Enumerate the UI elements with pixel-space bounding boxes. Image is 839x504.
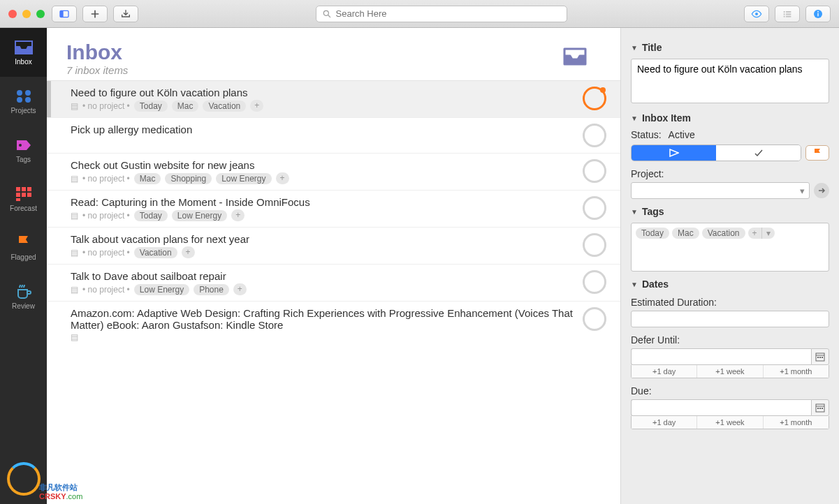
task-status-circle[interactable] [583,124,606,147]
quick-date-button[interactable]: +1 week [697,416,763,429]
note-icon: ▤ [71,174,78,184]
sidebar-item-tags[interactable]: Tags [0,126,47,175]
task-status-circle[interactable] [583,270,606,294]
svg-point-12 [817,10,819,12]
list-view-button[interactable] [775,6,800,22]
page-subtitle: 7 inbox items [66,64,128,76]
quick-date-button[interactable]: +1 week [697,365,763,378]
defer-until-input[interactable] [631,348,811,365]
search-input[interactable] [336,8,561,19]
inspector-tag[interactable]: Mac [672,228,699,239]
svg-rect-6 [784,13,785,15]
minimize-window-button[interactable] [22,10,31,18]
svg-rect-24 [16,198,20,201]
due-calendar-button[interactable] [811,399,829,416]
svg-point-13 [17,90,22,96]
note-icon: ▤ [71,101,78,111]
defer-until-label: Defer Until: [631,334,829,346]
note-icon: ▤ [71,211,78,221]
task-tag[interactable]: Mac [134,173,161,184]
title-input[interactable] [631,59,829,103]
task-status-circle[interactable] [583,196,606,220]
close-window-button[interactable] [8,10,17,18]
goto-project-button[interactable] [814,183,829,198]
task-tag[interactable]: Low Energy [216,173,271,184]
task-tag[interactable]: Low Energy [172,210,227,221]
quick-date-button[interactable]: +1 day [632,416,697,429]
task-row[interactable]: Need to figure out Köln vacation plans▤•… [47,80,620,117]
task-status-circle[interactable] [583,307,606,331]
svg-rect-18 [16,187,20,191]
note-icon: ▤ [71,332,78,342]
inspector-tag[interactable]: Vacation [702,228,745,239]
task-row[interactable]: Read: Capturing in the Moment - Inside O… [47,190,620,227]
inspector-inbox-item-header[interactable]: ▼Inbox Item [631,112,829,124]
sidebar-item-review[interactable]: Review [0,272,47,321]
svg-rect-31 [819,408,821,409]
add-tag-button[interactable]: + [182,246,195,258]
task-tag[interactable]: Mac [172,101,199,112]
note-icon: ▤ [71,285,78,295]
defer-calendar-button[interactable] [811,348,829,365]
sidebar-item-label: Inbox [15,58,31,66]
add-tag-button[interactable]: + [250,100,263,112]
svg-rect-5 [786,11,791,13]
task-row[interactable]: Talk to Dave about sailboat repair▤• no … [47,264,620,301]
quick-date-button[interactable]: +1 month [764,416,829,429]
sidebar-item-inbox[interactable]: Inbox [0,28,47,77]
task-status-circle[interactable] [583,233,606,257]
status-onhold-button[interactable] [716,145,801,161]
task-row[interactable]: Talk about vacation plans for next year▤… [47,227,620,264]
view-button[interactable] [744,6,769,22]
add-tag-button[interactable]: + [231,209,245,221]
inspector-dates-header[interactable]: ▼Dates [631,279,829,290]
svg-rect-7 [786,13,791,15]
tags-field[interactable]: TodayMacVacation+▾ [631,223,829,272]
zoom-window-button[interactable] [36,10,45,18]
task-status-circle[interactable] [583,159,606,183]
svg-rect-26 [817,357,819,358]
svg-rect-11 [817,13,818,16]
task-tag[interactable]: Today [134,101,168,112]
search-field[interactable] [316,6,567,22]
inspector-tags-header[interactable]: ▼Tags [631,206,829,217]
task-row[interactable]: Amazon.com: Adaptive Web Design: Craftin… [47,301,620,348]
new-item-button[interactable] [82,6,108,22]
sidebar-item-forecast[interactable]: Forecast [0,175,47,223]
inspector-button[interactable] [805,6,831,22]
toggle-sidebar-button[interactable] [52,6,77,22]
task-tag[interactable]: Vacation [134,247,177,258]
svg-rect-28 [822,357,823,358]
add-tag-button[interactable]: + [276,172,289,184]
task-tag[interactable]: Vacation [203,101,246,112]
quick-entry-button[interactable] [113,6,138,22]
due-input[interactable] [631,399,811,416]
svg-rect-22 [22,193,26,197]
perspective-sidebar: InboxProjectsTagsForecastFlaggedReview [0,28,47,504]
estimated-duration-input[interactable] [631,311,829,327]
tag-icon [15,138,33,153]
inspector-add-tag[interactable]: +▾ [748,228,775,239]
sidebar-item-projects[interactable]: Projects [0,77,47,126]
task-row[interactable]: Check out Gustin website for new jeans▤•… [47,153,620,190]
add-tag-button[interactable]: + [233,283,247,295]
calendar-icon [815,352,825,362]
task-row[interactable]: Pick up allergy medication [47,117,620,153]
task-status-circle[interactable] [583,87,606,110]
inspector-tag[interactable]: Today [636,228,669,239]
sidebar-item-flagged[interactable]: Flagged [0,223,47,272]
quick-date-button[interactable]: +1 day [632,365,697,378]
task-tag[interactable]: Shopping [165,173,212,184]
forecast-icon [15,186,33,202]
status-active-button[interactable] [632,145,716,161]
due-label: Due: [631,385,829,396]
window-controls [8,10,45,18]
flag-toggle-button[interactable] [805,145,829,161]
no-project-label: • no project • [82,248,130,258]
quick-date-button[interactable]: +1 month [764,365,829,378]
task-tag[interactable]: Today [134,210,168,221]
task-tag[interactable]: Phone [194,284,229,295]
project-select[interactable]: ▾ [631,182,810,199]
inspector-title-header[interactable]: ▼Title [631,42,829,53]
task-tag[interactable]: Low Energy [134,284,189,295]
